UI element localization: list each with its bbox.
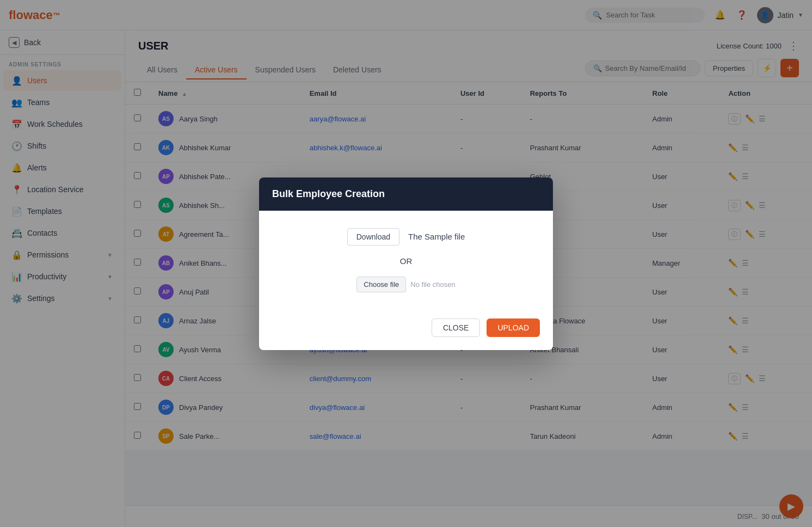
close-button[interactable]: CLOSE (432, 318, 480, 337)
download-button[interactable]: Download (347, 228, 399, 246)
choose-file-button[interactable]: Choose file (356, 277, 406, 292)
upload-button[interactable]: UPLOAD (487, 318, 540, 337)
modal-overlay[interactable]: Bulk Employee Creation Download The Samp… (0, 0, 812, 527)
or-text: OR (272, 256, 540, 266)
modal-title: Bulk Employee Creation (272, 188, 540, 200)
bulk-employee-modal: Bulk Employee Creation Download The Samp… (259, 177, 553, 350)
no-file-text: No file chosen (410, 280, 455, 289)
sample-file-text: The Sample file (408, 232, 465, 241)
download-row: Download The Sample file (272, 228, 540, 246)
modal-body: Download The Sample file OR Choose file … (259, 211, 553, 318)
file-upload-row: Choose file No file chosen (272, 277, 540, 292)
modal-header: Bulk Employee Creation (259, 177, 553, 211)
modal-footer: CLOSE UPLOAD (259, 318, 553, 350)
